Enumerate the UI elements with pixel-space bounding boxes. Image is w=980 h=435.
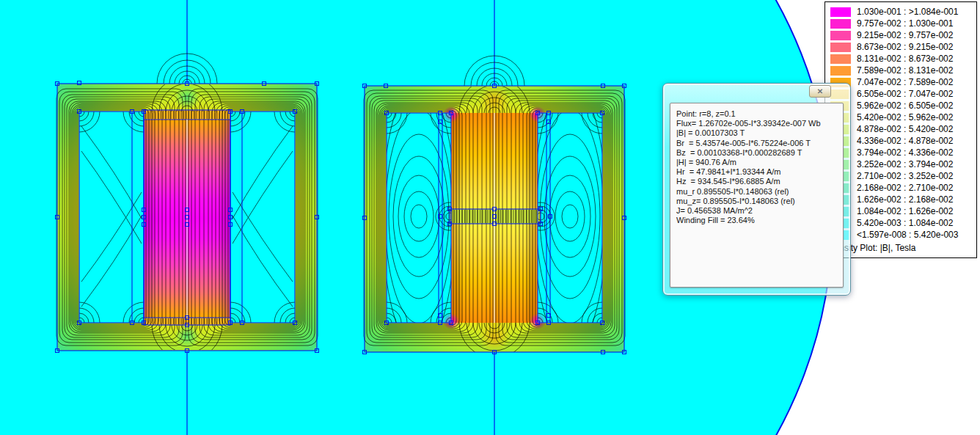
legend-row: 9.757e-002 : 1.030e-001 (825, 18, 976, 29)
dialog-line: J= 0.456538 MA/m^2 (676, 206, 840, 216)
dialog-line: mu_r 0.895505-I*0.148063 (rel) (676, 187, 840, 197)
legend-range-label: 7.589e-002 : 8.131e-002 (857, 65, 953, 76)
legend-row: 8.131e-002 : 8.673e-002 (825, 53, 976, 65)
legend-range-label: 1.030e-001 : >1.084e-001 (857, 7, 958, 17)
dialog-line: Hz = 934.545-I*96.6885 A/m (676, 177, 840, 186)
legend-color-swatch (830, 54, 851, 64)
legend-row: 8.673e-002 : 9.215e-002 (825, 41, 976, 53)
legend-range-label: 5.420e-002 : 5.962e-002 (857, 112, 953, 123)
dialog-line: Winding Fill = 23.64% (676, 216, 840, 225)
dialog-titlebar[interactable]: ✕ (663, 84, 850, 103)
dialog-line: Bz = 0.00103368-I*0.000282689 T (676, 148, 840, 158)
legend-row: 7.589e-002 : 8.131e-002 (825, 65, 976, 76)
dialog-line: mu_z= 0.895505-I*0.148063 (rel) (676, 197, 840, 206)
left-model-plot (56, 54, 319, 360)
legend-row: 1.030e-001 : >1.084e-001 (825, 6, 976, 18)
legend-color-swatch (830, 19, 851, 29)
legend-range-label: 8.673e-002 : 9.215e-002 (857, 42, 953, 52)
point-values-text: Point: r=8, z=0.1Flux= 1.26702e-005-I*3.… (670, 103, 843, 225)
right-model-plot (363, 56, 626, 358)
legend-row: 9.215e-002 : 9.757e-002 (825, 29, 976, 41)
legend-range-label: 5.962e-002 : 6.505e-002 (857, 100, 953, 111)
legend-color-swatch (830, 31, 851, 40)
dialog-close-button[interactable]: ✕ (809, 85, 831, 98)
legend-range-label: 9.757e-002 : 1.030e-001 (857, 18, 953, 29)
legend-range-label: 3.252e-002 : 3.794e-002 (857, 159, 953, 169)
legend-range-label: 4.878e-002 : 5.420e-002 (857, 124, 953, 134)
legend-range-label: 1.084e-002 : 1.626e-002 (857, 206, 953, 216)
dialog-line: |B| = 0.00107303 T (676, 128, 840, 138)
dialog-line: |H| = 940.76 A/m (676, 158, 840, 167)
femm-postprocessor-canvas[interactable]: 1.030e-001 : >1.084e-0019.757e-002 : 1.0… (0, 0, 980, 435)
legend-range-label: 3.794e-002 : 4.336e-002 (857, 147, 953, 158)
legend-range-label: 7.047e-002 : 7.589e-002 (857, 77, 953, 87)
legend-range-label: 4.336e-002 : 4.878e-002 (857, 136, 953, 146)
point-properties-dialog: ✕ Point: r=8, z=0.1Flux= 1.26702e-005-I*… (662, 83, 851, 296)
legend-range-label: 1.626e-002 : 2.168e-002 (857, 194, 953, 205)
dialog-line: Br = 5.43574e-005-I*6.75224e-006 T (676, 139, 840, 148)
legend-range-label: 6.505e-002 : 7.047e-002 (857, 89, 953, 99)
legend-color-swatch (830, 66, 851, 76)
legend-range-label: <1.597e-008 : 5.420e-003 (857, 230, 958, 240)
legend-range-label: 9.215e-002 : 9.757e-002 (857, 30, 953, 40)
legend-range-label: 5.420e-003 : 1.084e-002 (857, 218, 953, 228)
legend-range-label: 2.168e-002 : 2.710e-002 (857, 183, 953, 193)
dialog-line: Flux= 1.26702e-005-I*3.39342e-007 Wb (676, 119, 840, 128)
legend-color-swatch (830, 7, 851, 17)
legend-range-label: 2.710e-002 : 3.252e-002 (857, 171, 953, 181)
legend-color-swatch (830, 43, 851, 52)
legend-range-label: 8.131e-002 : 8.673e-002 (857, 54, 953, 64)
dialog-line: Point: r=8, z=0.1 (676, 109, 840, 119)
dialog-content-panel: Point: r=8, z=0.1Flux= 1.26702e-005-I*3.… (670, 103, 844, 288)
dialog-line: Hr = 47.9841+I*1.93344 A/m (676, 167, 840, 177)
